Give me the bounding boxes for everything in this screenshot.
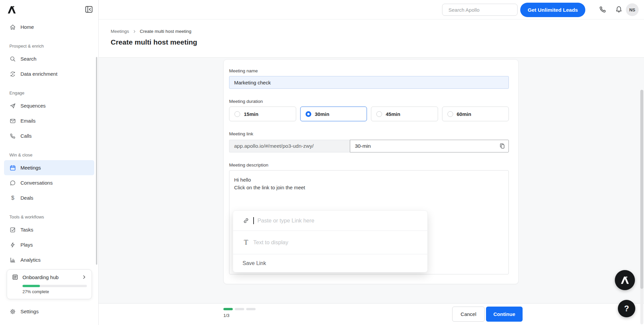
sidebar-section-header: Win & close	[0, 143, 98, 160]
collapse-sidebar-button[interactable]	[84, 5, 94, 14]
link-chain-icon	[243, 217, 250, 224]
sidebar-header	[0, 0, 98, 19]
sidebar-item-deals[interactable]: $ Deals	[4, 190, 94, 205]
onboarding-hub-label: Onboarding hub	[22, 274, 77, 280]
sidebar-item-search[interactable]: Search	[4, 51, 94, 66]
paper-plane-icon	[9, 103, 16, 109]
sidebar-item-conversations[interactable]: Conversations	[4, 175, 94, 190]
sidebar-item-data-enrichment[interactable]: Data enrichment	[4, 66, 94, 81]
bar-chart-icon	[9, 257, 16, 263]
search-icon	[9, 56, 16, 62]
sidebar-item-plays[interactable]: Plays	[4, 237, 94, 252]
text-cursor	[253, 217, 254, 224]
sidebar-item-label: Deals	[20, 195, 33, 201]
sidebar-item-calls[interactable]: Calls	[4, 128, 94, 143]
chevron-right-icon[interactable]	[82, 274, 87, 280]
phone-icon	[599, 5, 607, 13]
meeting-name-input[interactable]	[229, 76, 509, 89]
user-avatar[interactable]: NS	[626, 3, 639, 16]
continue-button[interactable]: Continue	[486, 307, 523, 322]
cancel-button[interactable]: Cancel	[452, 307, 485, 322]
sidebar-item-analytics[interactable]: Analytics	[4, 252, 94, 267]
sidebar-item-label: Calls	[20, 133, 32, 139]
onboarding-hub-card[interactable]: Onboarding hub 27% complete	[7, 269, 92, 299]
meeting-link-label: Meeting link	[229, 131, 509, 136]
sidebar-item-tasks[interactable]: Tasks	[4, 222, 94, 237]
onboarding-progress-track	[22, 285, 87, 287]
link-url-field[interactable]: Paste or type Link here	[233, 211, 427, 231]
wizard-step-2	[235, 308, 244, 310]
sidebar-item-label: Meetings	[20, 165, 41, 171]
sidebar-section-header: Engage	[0, 81, 98, 98]
link-url-placeholder: Paste or type Link here	[258, 217, 315, 224]
meeting-link-prefix: app.apollo.io/#/meet/po3-udn-zwy/	[229, 140, 350, 152]
home-icon	[9, 24, 16, 30]
sidebar-item-label: Settings	[20, 309, 39, 314]
page-header: Meetings Create multi host meeting Creat…	[99, 19, 644, 58]
sidebar-section-header: Prospect & enrich	[0, 35, 98, 51]
sidebar-item-label: Plays	[20, 242, 33, 248]
meeting-link-slug-input[interactable]	[350, 140, 509, 152]
sidebar-scrollbar[interactable]	[96, 57, 97, 265]
gear-icon	[9, 308, 16, 315]
wizard-step-label: 1/3	[223, 313, 256, 318]
wizard-step-3	[246, 308, 256, 310]
sidebar-item-emails[interactable]: Emails	[4, 113, 94, 128]
sidebar-item-label: Tasks	[20, 227, 33, 233]
wizard-step-1	[223, 308, 233, 310]
window-scrollbar-thumb[interactable]	[640, 90, 643, 289]
search-input[interactable]	[448, 7, 515, 13]
apollo-logo-icon	[7, 5, 17, 15]
copy-icon	[499, 142, 506, 149]
task-check-icon	[9, 226, 16, 233]
link-text-field[interactable]: T Text to display	[233, 231, 427, 254]
wizard-footer: 1/3 Cancel Continue	[99, 303, 644, 325]
radio-icon	[447, 111, 453, 117]
help-fab[interactable]: ?	[618, 300, 635, 317]
question-mark-icon: ?	[624, 304, 629, 313]
insert-link-popup: Paste or type Link here T Text to displa…	[233, 210, 428, 272]
apollo-assistant-fab[interactable]	[615, 270, 635, 290]
apollo-logo-icon	[620, 275, 630, 285]
data-enrichment-icon	[9, 71, 16, 77]
bell-icon	[615, 5, 623, 13]
duration-option-45min[interactable]: 45min	[371, 107, 438, 121]
breadcrumb-meetings-link[interactable]: Meetings	[111, 29, 129, 34]
dialer-button[interactable]	[598, 5, 607, 14]
radio-icon	[376, 111, 382, 117]
wizard-progress: 1/3	[223, 308, 256, 318]
breadcrumb: Meetings Create multi host meeting	[111, 29, 644, 34]
text-icon: T	[243, 238, 250, 247]
sidebar-nav: Home Prospect & enrich Search Data enric…	[0, 19, 98, 267]
notifications-button[interactable]	[614, 5, 623, 14]
duration-option-30min[interactable]: 30min	[300, 107, 367, 121]
topbar: Get Unlimited Leads NS	[99, 0, 644, 19]
checklist-icon	[12, 274, 18, 280]
meeting-name-label: Meeting name	[229, 68, 509, 73]
sidebar-item-sequences[interactable]: Sequences	[4, 98, 94, 113]
sidebar-item-meetings[interactable]: Meetings	[4, 160, 94, 175]
meeting-link-slug-wrap	[350, 140, 509, 152]
page-title: Create multi host meeting	[111, 38, 644, 46]
sidebar-item-label: Analytics	[20, 257, 41, 263]
phone-icon	[9, 133, 16, 139]
meeting-link-row: app.apollo.io/#/meet/po3-udn-zwy/	[229, 140, 509, 152]
sidebar-item-settings[interactable]: Settings	[4, 304, 94, 319]
duration-options: 15min 30min 45min 60min	[229, 107, 509, 121]
copy-link-button[interactable]	[499, 142, 506, 149]
description-line: Click on the link to join the meet	[234, 184, 504, 191]
get-unlimited-leads-button[interactable]: Get Unlimited Leads	[520, 3, 585, 17]
onboarding-progress-label: 27% complete	[22, 289, 87, 294]
chat-bubble-icon	[9, 180, 16, 186]
sidebar-section-header: Tools & workflows	[0, 205, 98, 222]
radio-icon	[234, 111, 240, 117]
sidebar-item-home[interactable]: Home	[4, 19, 94, 35]
calendar-icon	[9, 165, 16, 171]
meeting-duration-label: Meeting duration	[229, 99, 509, 104]
save-link-button[interactable]: Save Link	[233, 254, 427, 272]
onboarding-progress-fill	[22, 285, 40, 287]
wizard-steps	[223, 308, 256, 310]
duration-option-15min[interactable]: 15min	[229, 107, 296, 121]
dollar-icon: $	[9, 195, 16, 201]
duration-option-60min[interactable]: 60min	[442, 107, 509, 121]
